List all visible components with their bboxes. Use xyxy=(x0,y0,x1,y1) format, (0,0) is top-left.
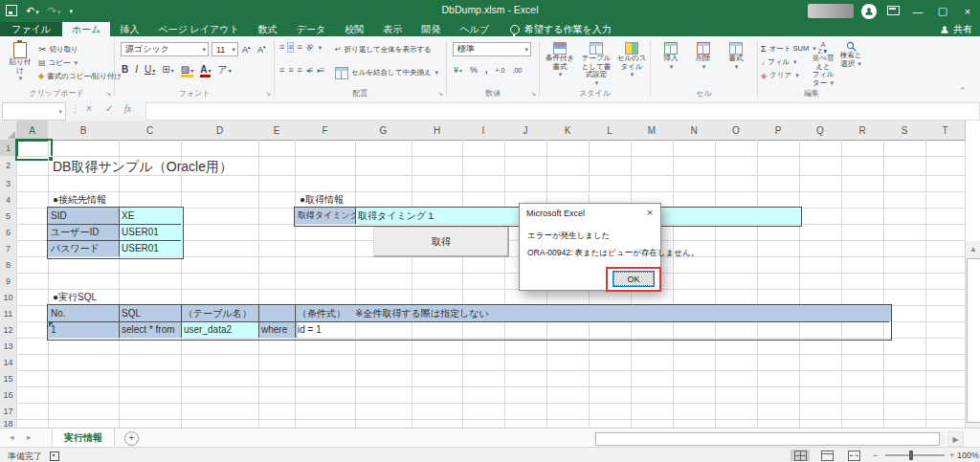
column-header-Q[interactable]: Q xyxy=(799,121,842,141)
row-header-9[interactable]: 9 xyxy=(0,273,17,290)
cell-b11-no-header[interactable]: No. xyxy=(48,305,122,321)
borders-icon[interactable]: ⊞▾ xyxy=(162,65,173,75)
merge-center-button[interactable]: セルを結合して中央揃え▾ xyxy=(335,66,438,79)
underline-icon[interactable]: U▾ xyxy=(145,65,155,75)
name-box[interactable]: ▾ xyxy=(2,102,66,121)
cell-styles-button[interactable]: セルのスタイル▾ xyxy=(615,42,648,78)
confirm-entry-icon[interactable]: ✓ xyxy=(105,103,113,114)
tab-home[interactable]: ホーム xyxy=(62,22,110,36)
italic-icon[interactable]: I xyxy=(135,65,138,75)
cell-f4-section-acquisition[interactable]: ●取得情報 xyxy=(297,191,344,208)
cell-c11-sql-header[interactable]: SQL xyxy=(119,305,184,321)
column-header-S[interactable]: S xyxy=(883,121,926,141)
column-header-M[interactable]: M xyxy=(631,121,674,141)
row-header-10[interactable]: 10 xyxy=(0,289,17,306)
font-size-combo[interactable]: 11▾ xyxy=(212,42,238,56)
zoom-slider-track[interactable] xyxy=(885,454,945,456)
tab-help[interactable]: ヘルプ xyxy=(450,22,499,36)
row-header-3[interactable]: 3 xyxy=(0,175,17,192)
dialog-close-icon[interactable]: × xyxy=(643,207,657,218)
comma-style-icon[interactable]: , xyxy=(485,65,488,75)
zoom-in-icon[interactable]: + xyxy=(949,451,954,460)
column-header-D[interactable]: D xyxy=(181,121,259,141)
tab-formulas[interactable]: 数式 xyxy=(249,22,287,36)
row-header-13[interactable]: 13 xyxy=(0,338,17,355)
wrap-text-button[interactable]: ↵ 折り返して全体を表示する xyxy=(335,43,432,56)
find-select-button[interactable]: 検索と 選択 ▾ xyxy=(839,41,862,68)
cut-button[interactable]: ✂切り取り xyxy=(38,43,122,56)
row-header-4[interactable]: 4 xyxy=(0,191,17,209)
cell-b7-password-key[interactable]: パスワード xyxy=(48,240,122,256)
align-center-icon[interactable]: ≡ xyxy=(288,66,292,75)
column-header-J[interactable]: J xyxy=(504,121,547,141)
grow-font-icon[interactable]: A▴ xyxy=(242,44,251,55)
column-header-O[interactable]: O xyxy=(715,121,758,141)
row-header-12[interactable]: 12 xyxy=(0,321,17,339)
number-format-combo[interactable]: 標準▾ xyxy=(453,42,531,56)
sheet-nav-left-icon[interactable]: ◂ xyxy=(10,432,14,442)
horizontal-scrollbar[interactable] xyxy=(593,431,946,445)
cell-b6-user-key[interactable]: ユーザーID xyxy=(48,224,122,240)
column-header-K[interactable]: K xyxy=(546,121,590,141)
new-sheet-icon[interactable]: + xyxy=(124,431,139,446)
font-name-combo[interactable]: 源ゴシック▾ xyxy=(121,42,209,56)
maximize-button[interactable]: ▢ xyxy=(934,5,951,17)
align-top-icon[interactable]: ≡ xyxy=(279,43,283,52)
zoom-out-icon[interactable]: − xyxy=(873,451,878,460)
sheet-tab-active[interactable]: 実行情報 xyxy=(52,429,115,449)
cell-c6-user-value[interactable]: USER01 xyxy=(119,224,184,240)
collapse-ribbon-icon[interactable]: ⌃ xyxy=(959,86,967,96)
page-layout-view-icon[interactable] xyxy=(817,450,836,461)
fill-handle[interactable] xyxy=(48,156,54,162)
cell-c7-password-value[interactable]: USER01 xyxy=(119,240,184,256)
clipboard-dialog-launcher-icon[interactable]: ↘ xyxy=(105,90,111,98)
cell-d12-table[interactable]: user_data2 xyxy=(181,321,261,338)
shrink-font-icon[interactable]: A▾ xyxy=(257,44,266,55)
ribbon-display-options-icon[interactable] xyxy=(884,6,902,17)
get-data-button[interactable]: 取得 xyxy=(373,227,509,257)
orientation-icon[interactable]: ab xyxy=(304,42,315,53)
column-header-P[interactable]: P xyxy=(757,121,800,141)
cell-f11-condition-header[interactable]: （条件式） ※全件取得する際は指定しない xyxy=(295,305,892,321)
alignment-dialog-launcher-icon[interactable]: ↘ xyxy=(437,90,443,98)
share-button[interactable]: 共有 xyxy=(940,23,972,36)
sheet-nav-right-icon[interactable]: ▸ xyxy=(27,432,32,442)
cell-d11-table-header[interactable]: （テーブル名） xyxy=(181,305,261,321)
increase-indent-icon[interactable]: ▸≡ xyxy=(317,67,323,75)
column-header-C[interactable]: C xyxy=(119,121,182,141)
delete-cells-button[interactable]: 削除▾ xyxy=(688,42,719,71)
horizontal-scroll-thumb[interactable] xyxy=(595,432,940,446)
decrease-decimal-icon[interactable]: .00 xyxy=(513,67,523,74)
format-as-table-button[interactable]: テーブルとして書式設定▾ xyxy=(578,42,614,87)
align-middle-icon[interactable]: ≡ xyxy=(288,43,292,52)
cell-b5-sid-key[interactable]: SID xyxy=(48,208,122,224)
scroll-up-icon[interactable]: ▲ xyxy=(966,241,980,257)
tab-view[interactable]: 表示 xyxy=(373,22,412,36)
tab-file[interactable]: ファイル xyxy=(0,22,62,36)
column-header-G[interactable]: G xyxy=(355,121,412,141)
cell-c12-sql[interactable]: select * from xyxy=(119,321,184,338)
scroll-right-icon[interactable]: ▶ xyxy=(947,431,964,447)
number-dialog-launcher-icon[interactable]: ↘ xyxy=(530,90,536,98)
cell-e11-empty-header[interactable] xyxy=(258,305,298,321)
row-header-11[interactable]: 11 xyxy=(0,305,17,322)
cell-b2-title[interactable]: DB取得サンプル（Oracle用） xyxy=(50,156,233,176)
insert-cells-button[interactable]: 挿入▾ xyxy=(656,42,686,71)
column-header-N[interactable]: N xyxy=(673,121,716,141)
font-color-icon[interactable]: A▾ xyxy=(200,65,211,75)
tab-insert[interactable]: 挿入 xyxy=(110,22,148,36)
cell-b12-no[interactable]: 1 xyxy=(48,321,122,338)
close-button[interactable]: × xyxy=(959,6,976,17)
font-dialog-launcher-icon[interactable]: ↘ xyxy=(265,90,271,98)
align-left-icon[interactable]: ≡ xyxy=(279,66,283,75)
formula-input[interactable] xyxy=(145,102,980,121)
fill-color-icon[interactable]: ▨▾ xyxy=(181,65,193,75)
decrease-indent-icon[interactable]: ◂≡ xyxy=(306,67,313,75)
tab-review[interactable]: 校閲 xyxy=(335,22,373,36)
row-header-6[interactable]: 6 xyxy=(0,224,17,241)
ok-button[interactable]: OK xyxy=(612,271,655,287)
column-header-R[interactable]: R xyxy=(841,121,884,141)
column-header-T[interactable]: T xyxy=(925,121,966,141)
cell-b4-section-connection[interactable]: ●接続先情報 xyxy=(50,191,106,208)
column-header-B[interactable]: B xyxy=(48,121,120,141)
